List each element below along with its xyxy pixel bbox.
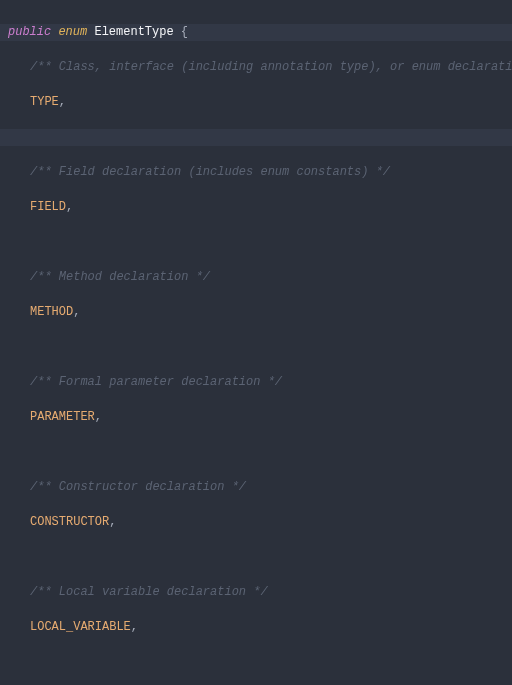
javadoc-comment: /** Formal parameter declaration */ <box>8 374 282 392</box>
enum-constant: FIELD <box>30 200 66 214</box>
code-line: METHOD, <box>8 304 512 322</box>
blank-line <box>8 444 512 462</box>
comma: , <box>95 410 102 424</box>
code-line: LOCAL_VARIABLE, <box>8 619 512 637</box>
comma: , <box>59 95 66 109</box>
blank-line <box>8 234 512 252</box>
blank-line <box>8 549 512 567</box>
comma: , <box>66 200 73 214</box>
blank-line <box>8 654 512 672</box>
blank-line <box>8 339 512 357</box>
brace-open: { <box>181 25 188 39</box>
code-line: /** Field declaration (includes enum con… <box>8 164 512 182</box>
javadoc-comment: /** Class, interface (including annotati… <box>8 59 512 77</box>
enum-constant: CONSTRUCTOR <box>30 515 109 529</box>
enum-constant: PARAMETER <box>30 410 95 424</box>
code-line: /** Method declaration */ <box>8 269 512 287</box>
type-name: ElementType <box>94 25 173 39</box>
code-line: /** Class, interface (including annotati… <box>8 59 512 77</box>
code-line: /** Local variable declaration */ <box>8 584 512 602</box>
declaration-line: public enum ElementType { <box>0 24 512 42</box>
enum-constant: LOCAL_VARIABLE <box>30 620 131 634</box>
javadoc-comment: /** Local variable declaration */ <box>8 584 268 602</box>
blank-line <box>0 129 512 147</box>
keyword-enum: enum <box>58 25 87 39</box>
comma: , <box>73 305 80 319</box>
comma: , <box>131 620 138 634</box>
code-line: TYPE, <box>8 94 512 112</box>
javadoc-comment: /** Constructor declaration */ <box>8 479 246 497</box>
code-line: PARAMETER, <box>8 409 512 427</box>
enum-constant: TYPE <box>30 95 59 109</box>
code-line: CONSTRUCTOR, <box>8 514 512 532</box>
javadoc-comment: /** Field declaration (includes enum con… <box>8 164 390 182</box>
code-line: /** Constructor declaration */ <box>8 479 512 497</box>
enum-constant: METHOD <box>30 305 73 319</box>
keyword-public: public <box>8 25 51 39</box>
code-line: /** Formal parameter declaration */ <box>8 374 512 392</box>
javadoc-comment: /** Method declaration */ <box>8 269 210 287</box>
code-viewer: public enum ElementType { /** Class, int… <box>0 0 512 685</box>
code-line: FIELD, <box>8 199 512 217</box>
comma: , <box>109 515 116 529</box>
